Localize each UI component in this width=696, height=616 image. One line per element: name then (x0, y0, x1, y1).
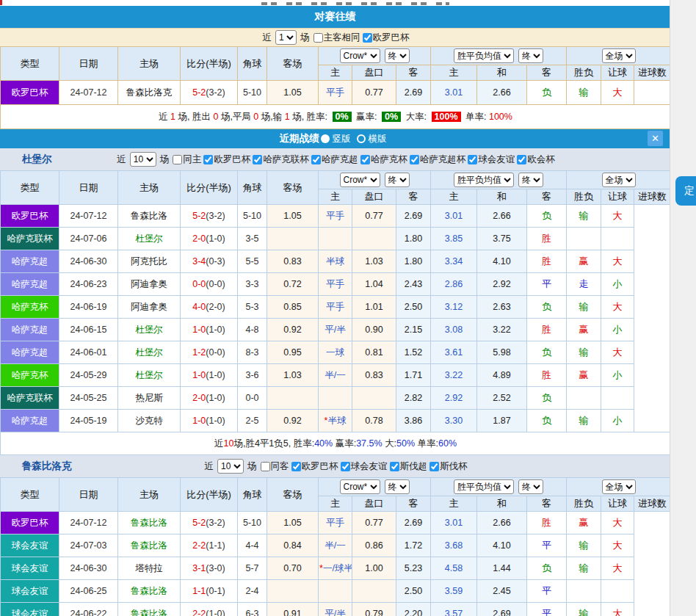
team0-filter-label: 哈萨克超 (322, 153, 358, 166)
team1-filter-4[interactable]: 斯伐杯 (429, 460, 468, 473)
away-odds: 0.77 (352, 512, 396, 535)
table-row: 哈萨克超24-06-01杜堡尔1-2(0-0)8-30.95一球0.811.52… (1, 341, 671, 364)
h2h-filter-0[interactable]: 主客相同 (313, 32, 360, 44)
team0-near-label: 近 (117, 153, 126, 166)
avg-away-odds: 2.66 (477, 205, 527, 228)
team1-filter-3[interactable]: 斯伐超 (390, 460, 428, 473)
handicap-line: 一球 (319, 341, 352, 364)
match-date: 24-06-22 (59, 603, 118, 616)
avg-stage-select[interactable]: 终 (518, 48, 543, 63)
avg-value-select[interactable]: 胜平负均值 (454, 173, 514, 187)
column-header: 客场 (267, 47, 319, 81)
table-row: 欧罗巴杯24-07-12鲁森比洛克5-2(3-2)5-101.05平手0.772… (1, 81, 671, 105)
h2h-filter-1[interactable]: 欧罗巴杯 (363, 32, 410, 44)
avg-value-select[interactable]: 胜平负均值 (454, 48, 514, 63)
team-a-name: 杜堡尔 (22, 153, 52, 166)
team1-filter-checkbox[interactable] (390, 462, 399, 471)
team0-filter-checkbox[interactable] (173, 155, 182, 164)
team0-filter-checkbox[interactable] (203, 155, 213, 164)
result-handicap: 输 (567, 341, 601, 364)
customize-button[interactable]: 定制 (675, 176, 696, 206)
team0-filter-7[interactable]: 欧会杯 (517, 153, 555, 166)
team0-filter-checkbox[interactable] (517, 155, 526, 164)
team0-filter-checkbox[interactable] (410, 155, 419, 164)
team0-filter-6[interactable]: 球会友谊 (468, 153, 515, 166)
h2h-count-select[interactable]: 1 (275, 30, 297, 45)
result-outcome: 负 (527, 205, 567, 228)
avg-away-odds: 3.22 (477, 319, 527, 341)
sub-column-header: 让球 (601, 496, 634, 512)
avg-draw-odds: 3.85 (431, 228, 477, 250)
team0-filter-4[interactable]: 哈萨克杯 (360, 153, 407, 166)
h2h-filter-checkbox[interactable] (363, 33, 372, 43)
team0-filter-1[interactable]: 欧罗巴杯 (203, 153, 250, 166)
team1-filter-2[interactable]: 球会友谊 (341, 460, 388, 473)
team1-filter-label: 球会友谊 (351, 460, 388, 473)
team1-filter-checkbox[interactable] (429, 462, 439, 471)
avg-value-select[interactable]: 胜平负均值 (454, 479, 514, 494)
team1-count-select[interactable]: 10 (217, 459, 244, 474)
team1-filter-checkbox[interactable] (341, 462, 350, 471)
avg-draw-odds: 3.01 (431, 512, 477, 535)
result-goals: 大 (601, 250, 634, 273)
summary-segment: 40% (314, 438, 333, 449)
avg-away-odds: 3.75 (477, 228, 527, 250)
result-goals: 大 (601, 557, 634, 580)
vertical-layout-label[interactable]: 竖版 (333, 133, 351, 145)
handicap-line: *半球 (319, 410, 352, 432)
odds-company-select[interactable]: Crow* (340, 48, 380, 63)
odds-stage-select[interactable]: 终 (385, 479, 410, 494)
avg-stage-select[interactable]: 终 (518, 479, 543, 494)
corner-score: 5-3 (238, 296, 267, 319)
avg-home-odds: 5.23 (396, 557, 431, 580)
team0-filter-checkbox[interactable] (253, 155, 262, 164)
team1-filter-1[interactable]: 欧罗巴杯 (291, 460, 338, 473)
team0-filter-checkbox[interactable] (468, 155, 477, 164)
result-goals: 大 (601, 603, 634, 616)
team1-near-label: 近 (205, 460, 214, 473)
horizontal-layout-label[interactable]: 横版 (369, 133, 387, 145)
odds-company-select[interactable]: Crow* (340, 173, 380, 187)
odds-stage-select[interactable]: 终 (385, 173, 410, 187)
team0-filter-3[interactable]: 哈萨克超 (311, 153, 358, 166)
team1-filter-0[interactable]: 同客 (261, 460, 289, 473)
team0-count-select[interactable]: 10 (130, 152, 156, 167)
h2h-filter-checkbox[interactable] (313, 33, 323, 43)
home-odds: 0.83 (267, 250, 319, 273)
team0-filter-5[interactable]: 哈萨克超杯 (410, 153, 466, 166)
avg-away-odds: 2.52 (477, 387, 527, 410)
result-outcome: 负 (527, 296, 567, 319)
home-odds: 1.05 (267, 512, 319, 535)
home-team: 杜堡尔 (118, 341, 181, 364)
match-scope-select[interactable]: 全场 (602, 48, 636, 63)
odds-stage-select[interactable]: 终 (385, 48, 410, 63)
sub-column-header: 进球数 (634, 189, 671, 205)
league-badge: 欧罗巴杯 (1, 81, 59, 105)
avg-stage-select[interactable]: 终 (518, 173, 543, 187)
avg-away-odds: 2.45 (477, 580, 527, 603)
vertical-layout-radio[interactable] (321, 134, 330, 143)
odds-company-select[interactable]: Crow* (340, 479, 380, 494)
clipped-text-fragment (261, 2, 449, 5)
result-goals: 大 (601, 341, 634, 364)
summary-segment: 0% (333, 112, 352, 122)
team1-filter-checkbox[interactable] (291, 462, 301, 471)
column-header: 日期 (59, 171, 118, 205)
match-scope-select[interactable]: 全场 (602, 173, 636, 187)
corner-score: 4-4 (238, 535, 267, 557)
team0-filter-0[interactable]: 同主 (173, 153, 201, 166)
close-icon[interactable]: ✕ (648, 131, 663, 146)
team1-filter-checkbox[interactable] (261, 462, 270, 471)
column-header: 角球 (238, 47, 267, 81)
table-row: 欧罗巴杯24-07-12鲁森比洛5-2(3-2)5-101.05平手0.772.… (1, 205, 671, 228)
team0-filter-checkbox[interactable] (311, 155, 321, 164)
match-scope-select[interactable]: 全场 (602, 479, 636, 494)
avg-home-odds: 2.69 (396, 512, 431, 535)
horizontal-layout-radio[interactable] (357, 134, 366, 143)
team0-filter-2[interactable]: 哈萨克联杯 (253, 153, 309, 166)
corner-score: 5-7 (238, 557, 267, 580)
home-team: 塔特拉 (118, 557, 181, 580)
league-badge: 球会友谊 (1, 580, 59, 603)
result-handicap: 走 (567, 273, 601, 296)
team0-filter-checkbox[interactable] (360, 155, 370, 164)
